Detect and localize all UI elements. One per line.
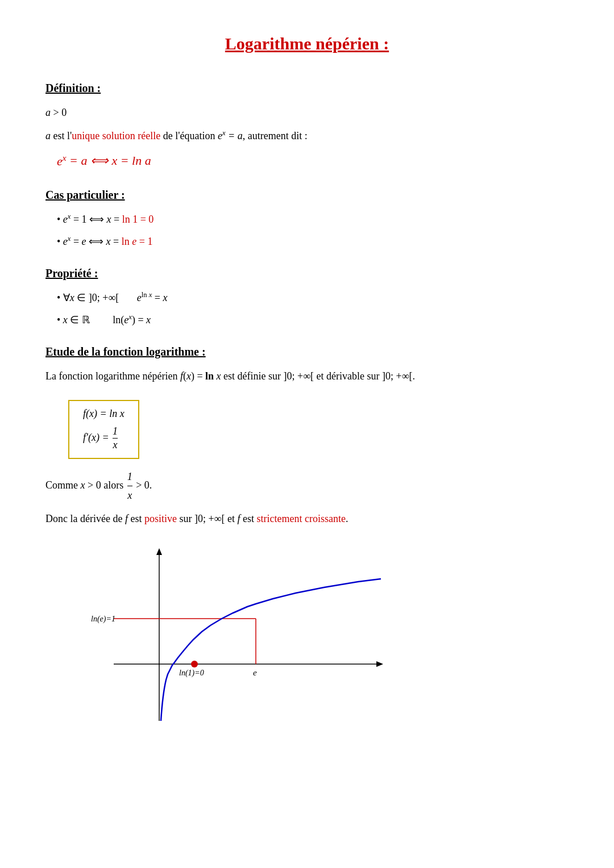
definition-title: Définition : (45, 82, 569, 95)
page-title: Logarithme népérien : (45, 34, 569, 53)
section-propriete: Propriété : • ∀x ∈ ]0; +∞[ eln x = x • x… (45, 267, 569, 328)
unique-solution-highlight: unique solution réelle (72, 130, 160, 141)
svg-marker-2 (156, 548, 162, 555)
prop-item-1: • ∀x ∈ ]0; +∞[ eln x = x (57, 289, 569, 307)
etude-note2: Donc la dérivée de f est positive sur ]0… (45, 510, 569, 528)
section-cas-particulier: Cas particulier : • ex = 1 ⟺ x = ln 1 = … (45, 189, 569, 250)
croissante-label: strictement croissante (256, 513, 345, 524)
propriete-title: Propriété : (45, 267, 569, 280)
section-etude: Etude de la fonction logarithme : La fon… (45, 345, 569, 732)
section-definition: Définition : a > 0 a est l'unique soluti… (45, 82, 569, 172)
prop-item-2: • x ∈ ℝ ln(ex) = x (57, 311, 569, 329)
svg-text:e: e (253, 668, 257, 677)
formula-fprime: f′(x) = 1x (83, 425, 125, 451)
svg-text:ln(e)=1: ln(e)=1 (91, 615, 115, 624)
definition-condition: a > 0 (45, 104, 569, 122)
etude-title: Etude de la fonction logarithme : (45, 345, 569, 358)
positive-label: positive (144, 513, 177, 524)
svg-marker-3 (376, 661, 383, 667)
ln-graph: ln(e)=1 ln(1)=0 e (80, 539, 398, 732)
graph-container: ln(e)=1 ln(1)=0 e (80, 539, 398, 732)
etude-description: La fonction logarithme népérien f(x) = l… (45, 368, 569, 385)
formula-box: f(x) = ln x f′(x) = 1x (68, 400, 139, 459)
definition-formula: ex = a ⟺ x = ln a (57, 150, 569, 172)
cas-item-1: • ex = 1 ⟺ x = ln 1 = 0 (57, 211, 569, 228)
cas-particulier-title: Cas particulier : (45, 189, 569, 202)
svg-point-6 (191, 661, 198, 667)
definition-text: a est l'unique solution réelle de l'équa… (45, 127, 569, 145)
cas-item-2: • ex = e ⟺ x = ln e = 1 (57, 233, 569, 251)
condition-text: a (45, 107, 51, 118)
formula-f: f(x) = ln x (83, 408, 125, 420)
svg-text:ln(1)=0: ln(1)=0 (179, 669, 204, 678)
etude-note1: Comme x > 0 alors 1x > 0. (45, 468, 569, 504)
